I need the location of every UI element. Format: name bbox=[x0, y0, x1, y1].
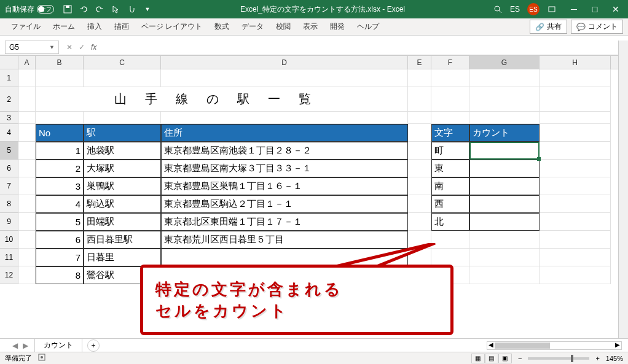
table2-char[interactable]: 西 bbox=[431, 195, 469, 213]
page-break-button[interactable]: ▣ bbox=[498, 354, 512, 363]
table2-char[interactable]: 町 bbox=[431, 142, 469, 160]
cell[interactable] bbox=[540, 142, 611, 160]
enter-icon[interactable]: ✓ bbox=[79, 43, 85, 52]
sheet-next-icon[interactable]: ▶ bbox=[23, 341, 28, 350]
row-header-3[interactable]: 3 bbox=[0, 112, 18, 124]
table1-station[interactable]: 西日暮里駅 bbox=[84, 231, 161, 249]
tab-developer[interactable]: 開発 bbox=[324, 18, 351, 36]
cell[interactable] bbox=[18, 87, 36, 112]
close-button[interactable]: ✕ bbox=[611, 4, 621, 14]
macro-record-icon[interactable] bbox=[38, 354, 45, 363]
table2-header-char[interactable]: 文字 bbox=[431, 124, 469, 142]
cell[interactable] bbox=[18, 249, 36, 266]
table1-addr[interactable]: 東京都豊島区巣鴨１丁目１６－１ bbox=[161, 177, 408, 195]
cell[interactable] bbox=[469, 112, 540, 124]
table1-header-addr[interactable]: 住所 bbox=[161, 124, 408, 142]
zoom-level[interactable]: 145% bbox=[606, 355, 623, 362]
user-avatar[interactable]: ES bbox=[527, 3, 540, 15]
maximize-button[interactable]: □ bbox=[590, 4, 600, 14]
name-box[interactable]: G5 ▼ bbox=[5, 41, 59, 54]
cell[interactable] bbox=[469, 266, 540, 284]
table2-count[interactable] bbox=[469, 213, 540, 231]
col-header-C[interactable]: C bbox=[84, 56, 161, 69]
table1-no[interactable]: 7 bbox=[36, 249, 84, 266]
table1-station[interactable]: 池袋駅 bbox=[84, 142, 161, 160]
normal-view-button[interactable]: ▦ bbox=[471, 354, 485, 363]
row-header-1[interactable]: 1 bbox=[0, 69, 18, 87]
table1-station[interactable]: 駒込駅 bbox=[84, 195, 161, 213]
row-header-8[interactable]: 8 bbox=[0, 195, 18, 213]
table1-no[interactable]: 2 bbox=[36, 160, 84, 177]
col-header-G[interactable]: G bbox=[469, 56, 540, 69]
page-layout-button[interactable]: ▤ bbox=[485, 354, 498, 363]
cell[interactable] bbox=[18, 177, 36, 195]
table1-station[interactable]: 大塚駅 bbox=[84, 160, 161, 177]
row-header-12[interactable]: 12 bbox=[0, 266, 18, 284]
table1-no[interactable]: 4 bbox=[36, 195, 84, 213]
table2-count[interactable] bbox=[469, 177, 540, 195]
cell[interactable] bbox=[540, 177, 611, 195]
zoom-slider[interactable] bbox=[528, 357, 589, 360]
table1-addr[interactable]: 東京都豊島区南池袋１丁目２８－２ bbox=[161, 142, 408, 160]
cell[interactable] bbox=[540, 87, 611, 112]
cell[interactable] bbox=[469, 69, 540, 87]
col-header-D[interactable]: D bbox=[161, 56, 408, 69]
table1-no[interactable]: 5 bbox=[36, 213, 84, 231]
formula-input[interactable] bbox=[100, 41, 628, 54]
vertical-scrollbar[interactable] bbox=[618, 41, 628, 338]
tab-data[interactable]: データ bbox=[235, 18, 270, 36]
table2-char[interactable]: 東 bbox=[431, 160, 469, 177]
cell[interactable] bbox=[18, 231, 36, 249]
cell[interactable] bbox=[408, 160, 431, 177]
sheet-prev-icon[interactable]: ◀ bbox=[12, 341, 18, 350]
table2-count[interactable] bbox=[469, 195, 540, 213]
col-header-F[interactable]: F bbox=[431, 56, 469, 69]
cell[interactable] bbox=[18, 112, 36, 124]
col-header-A[interactable]: A bbox=[18, 56, 36, 69]
tab-help[interactable]: ヘルプ bbox=[351, 18, 385, 36]
sheet-title[interactable]: 山手線の駅一覧 bbox=[36, 87, 408, 112]
cell[interactable] bbox=[408, 231, 431, 249]
table1-addr[interactable]: 東京都豊島区駒込２丁目１－１ bbox=[161, 195, 408, 213]
cell[interactable] bbox=[18, 124, 36, 142]
cell[interactable] bbox=[431, 69, 469, 87]
table1-no[interactable]: 1 bbox=[36, 142, 84, 160]
undo-icon[interactable] bbox=[79, 4, 88, 14]
name-box-dropdown-icon[interactable]: ▼ bbox=[49, 44, 55, 50]
tab-insert[interactable]: 挿入 bbox=[81, 18, 108, 36]
tab-review[interactable]: 校閲 bbox=[270, 18, 297, 36]
cell[interactable] bbox=[540, 249, 611, 266]
share-button[interactable]: 🔗共有 bbox=[530, 20, 567, 34]
cell[interactable] bbox=[469, 87, 540, 112]
col-header-H[interactable]: H bbox=[540, 56, 611, 69]
cell[interactable] bbox=[469, 249, 540, 266]
cell[interactable] bbox=[408, 69, 431, 87]
cell[interactable] bbox=[18, 69, 36, 87]
table1-header-no[interactable]: No bbox=[36, 124, 84, 142]
cell[interactable] bbox=[431, 112, 469, 124]
cell[interactable] bbox=[408, 87, 431, 112]
cell[interactable] bbox=[469, 231, 540, 249]
cell[interactable] bbox=[408, 142, 431, 160]
comment-button[interactable]: 💬コメント bbox=[571, 20, 623, 34]
cell[interactable] bbox=[161, 69, 408, 87]
row-header-11[interactable]: 11 bbox=[0, 249, 18, 266]
cell[interactable] bbox=[18, 266, 36, 284]
table1-addr[interactable]: 東京都北区東田端１丁目１７－１ bbox=[161, 213, 408, 231]
zoom-in-button[interactable]: + bbox=[595, 355, 599, 362]
redo-icon[interactable] bbox=[95, 4, 104, 14]
table2-count[interactable] bbox=[469, 160, 540, 177]
cell[interactable] bbox=[431, 231, 469, 249]
table1-station[interactable]: 田端駅 bbox=[84, 213, 161, 231]
table2-char[interactable]: 南 bbox=[431, 177, 469, 195]
new-sheet-button[interactable]: + bbox=[87, 339, 100, 352]
cell[interactable] bbox=[540, 124, 611, 142]
tab-formulas[interactable]: 数式 bbox=[208, 18, 235, 36]
row-header-5[interactable]: 5 bbox=[0, 142, 18, 160]
table1-header-station[interactable]: 駅 bbox=[84, 124, 161, 142]
table1-no[interactable]: 8 bbox=[36, 266, 84, 284]
row-header-9[interactable]: 9 bbox=[0, 213, 18, 231]
tab-draw[interactable]: 描画 bbox=[108, 18, 135, 36]
tab-home[interactable]: ホーム bbox=[47, 18, 81, 36]
col-header-E[interactable]: E bbox=[408, 56, 431, 69]
